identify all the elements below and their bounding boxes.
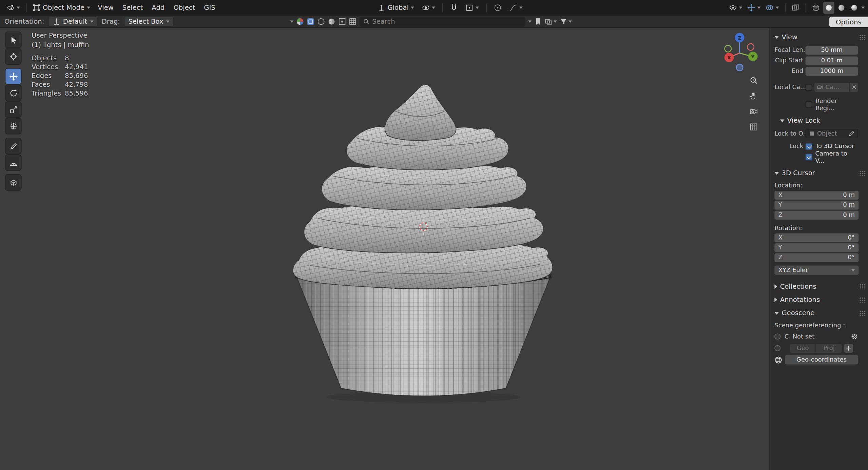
options-button[interactable]: Options bbox=[829, 17, 868, 27]
shading-solid-button[interactable] bbox=[823, 1, 834, 14]
toolbar-toggle-icon-2[interactable] bbox=[317, 17, 325, 25]
focal-length-field[interactable]: 50 mm bbox=[806, 46, 858, 55]
toolbar-toggle-icon-5[interactable] bbox=[349, 17, 356, 25]
app-menu-button[interactable] bbox=[3, 1, 23, 14]
proj-button[interactable]: Proj bbox=[816, 344, 842, 352]
tool-cursor[interactable] bbox=[5, 49, 21, 64]
drag-grip-icon[interactable] bbox=[859, 284, 866, 289]
search-field[interactable] bbox=[359, 16, 525, 26]
view-section-header[interactable]: View bbox=[774, 32, 858, 42]
material-preview-ball-icon[interactable] bbox=[296, 17, 304, 25]
tool-select-box[interactable] bbox=[5, 32, 21, 48]
pivot-point-dropdown[interactable] bbox=[419, 1, 439, 14]
menu-gis[interactable]: GIS bbox=[199, 0, 220, 15]
tool-transform[interactable] bbox=[5, 118, 21, 134]
clear-camera-button[interactable] bbox=[849, 83, 858, 91]
cursor-location-y-field[interactable]: Y 0 m bbox=[774, 201, 859, 209]
toolbar-toggle-icon-1[interactable] bbox=[307, 17, 314, 25]
geo-coordinates-button[interactable]: Geo-coordinates bbox=[785, 355, 858, 365]
add-crs-button[interactable] bbox=[844, 344, 853, 352]
zoom-button[interactable] bbox=[747, 74, 759, 86]
orientation-dropdown[interactable]: Default bbox=[48, 16, 98, 26]
chevron-down-icon bbox=[519, 6, 523, 9]
local-camera-field[interactable]: Ca... bbox=[814, 83, 849, 91]
presets-chevron-icon[interactable] bbox=[528, 20, 532, 23]
local-camera-checkbox[interactable] bbox=[806, 84, 812, 90]
axis-neg-x-handle[interactable] bbox=[747, 44, 754, 50]
ortho-toggle-button[interactable] bbox=[747, 121, 759, 133]
tool-add-cube[interactable] bbox=[5, 175, 21, 190]
render-region-checkbox[interactable] bbox=[806, 101, 812, 108]
proportional-editing-button[interactable] bbox=[490, 1, 505, 14]
lock-to-object-field[interactable]: Object bbox=[806, 129, 858, 138]
shading-material-button[interactable] bbox=[836, 1, 847, 14]
geo-proj-radio[interactable] bbox=[774, 345, 780, 351]
crs-radio[interactable] bbox=[774, 333, 780, 340]
navigation-axis-gizmo[interactable]: Z Y X bbox=[721, 32, 759, 72]
clip-end-field[interactable]: 1000 m bbox=[806, 67, 858, 76]
snap-toggle-button[interactable] bbox=[447, 1, 461, 14]
cursor-location-x-field[interactable]: X 0 m bbox=[774, 191, 859, 200]
view-lock-subsection-header[interactable]: View Lock bbox=[774, 116, 858, 125]
visibility-dropdown[interactable] bbox=[728, 1, 744, 14]
snap-target-dropdown[interactable] bbox=[462, 1, 482, 14]
xray-toggle-button[interactable] bbox=[790, 1, 801, 14]
tool-measure[interactable] bbox=[5, 155, 21, 170]
to-3d-cursor-checkbox[interactable] bbox=[806, 143, 812, 150]
cursor-rotation-x-field[interactable]: X 0° bbox=[774, 233, 859, 242]
drag-dropdown-value: Select Box bbox=[128, 17, 163, 25]
axis-z-handle[interactable]: Z bbox=[735, 33, 745, 42]
shading-wireframe-button[interactable] bbox=[810, 1, 822, 14]
axis-neg-z-handle[interactable] bbox=[736, 64, 743, 71]
axis-x-handle[interactable]: X bbox=[725, 53, 734, 62]
toolbar-toggle-icon-3[interactable] bbox=[328, 17, 335, 25]
transform-orientation-dropdown[interactable]: Global bbox=[374, 1, 418, 14]
menu-view[interactable]: View bbox=[93, 0, 118, 15]
camera-to-view-checkbox[interactable] bbox=[805, 154, 812, 160]
drag-grip-icon[interactable] bbox=[859, 297, 866, 302]
collections-section-header[interactable]: Collections bbox=[774, 282, 858, 291]
pan-button[interactable] bbox=[747, 89, 759, 102]
drag-dropdown[interactable]: Select Box bbox=[124, 16, 174, 26]
menu-add[interactable]: Add bbox=[147, 0, 169, 15]
camera-view-button[interactable] bbox=[747, 105, 759, 117]
cursor-rotation-z-field[interactable]: Z 0° bbox=[774, 253, 859, 262]
tool-rotate[interactable] bbox=[5, 85, 21, 101]
falloff-dropdown[interactable] bbox=[506, 1, 526, 14]
search-input[interactable] bbox=[372, 17, 521, 25]
tool-scale[interactable] bbox=[5, 102, 21, 117]
geoscene-section-header[interactable]: Geoscene bbox=[774, 308, 858, 318]
axis-neg-y-handle[interactable] bbox=[725, 45, 731, 52]
tool-annotate[interactable] bbox=[5, 138, 21, 154]
drag-grip-icon[interactable] bbox=[859, 170, 866, 176]
focal-length-label: Focal Len... bbox=[774, 46, 805, 54]
local-camera-row: Local Ca... Ca... bbox=[774, 82, 858, 92]
overlays-toggle-dropdown[interactable] bbox=[764, 1, 780, 14]
eyedropper-icon[interactable] bbox=[849, 130, 855, 137]
cursor-location-z-field[interactable]: Z 0 m bbox=[774, 211, 859, 220]
filter-dropdown[interactable] bbox=[560, 16, 572, 27]
cursor-rotation-y-field[interactable]: Y 0° bbox=[774, 243, 859, 252]
drag-grip-icon[interactable] bbox=[859, 310, 866, 316]
menu-select[interactable]: Select bbox=[118, 0, 148, 15]
collapse-chevron-icon[interactable] bbox=[290, 20, 293, 23]
chevron-down-icon bbox=[757, 6, 761, 9]
bookmark-icon[interactable] bbox=[534, 17, 542, 25]
gizmos-toggle-dropdown[interactable] bbox=[746, 1, 762, 14]
annotations-section-header[interactable]: Annotations bbox=[774, 295, 858, 305]
rotation-mode-dropdown[interactable]: XYZ Euler bbox=[774, 265, 859, 275]
drag-grip-icon[interactable] bbox=[859, 34, 866, 40]
tool-move[interactable] bbox=[5, 68, 21, 84]
gear-icon[interactable] bbox=[851, 333, 858, 340]
geo-button[interactable]: Geo bbox=[790, 344, 816, 352]
mode-selector[interactable]: Object Mode bbox=[30, 1, 94, 14]
axis-y-handle[interactable]: Y bbox=[748, 52, 758, 61]
muffin-mesh[interactable] bbox=[293, 85, 553, 396]
toolbar-toggle-icon-4[interactable] bbox=[338, 17, 346, 25]
cursor-section-header[interactable]: 3D Cursor bbox=[774, 168, 858, 178]
clip-start-field[interactable]: 0.01 m bbox=[806, 56, 858, 65]
shading-rendered-button[interactable] bbox=[849, 1, 860, 14]
menu-object[interactable]: Object bbox=[169, 0, 199, 15]
collections-visibility-dropdown[interactable] bbox=[545, 16, 557, 27]
viewport-canvas[interactable] bbox=[0, 28, 770, 470]
